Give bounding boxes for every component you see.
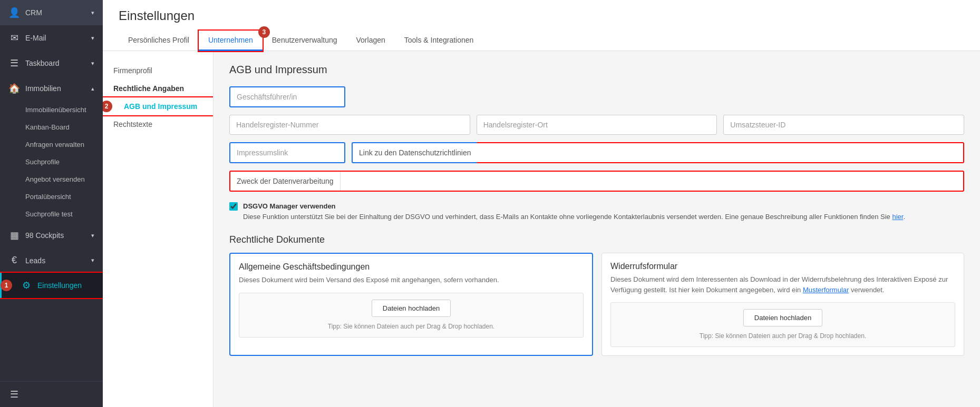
left-nav-agb-impressum[interactable]: 2 AGB und Impressum <box>103 97 213 115</box>
widerruf-upload-tip: Tipp: Sie können Dateien auch per Drag &… <box>700 332 866 340</box>
content-area: Firmenprofil Rechtliche Angaben 2 AGB un… <box>103 51 980 407</box>
tab-tools[interactable]: Tools & Integrationen <box>395 31 483 51</box>
sidebar-item-email[interactable]: ✉ E-Mail ▾ <box>0 25 103 51</box>
sidebar-item-immobilien[interactable]: 🏠 Immobilien ▴ <box>0 76 103 101</box>
crm-icon: 👤 <box>8 7 20 18</box>
docs-row: Allgemeine Geschäftsbedingungen Dieses D… <box>229 253 964 356</box>
sidebar: 👤 CRM ▾ ✉ E-Mail ▾ ☰ Taskboard ▾ 🏠 Immob… <box>0 0 103 407</box>
sidebar-sub-angebot[interactable]: Angebot versenden <box>0 171 103 188</box>
geschaeftsfuehrer-input[interactable] <box>229 86 345 107</box>
sidebar-bottom: ☰ <box>0 381 103 407</box>
tab-vorlagen[interactable]: Vorlagen <box>347 31 395 51</box>
sidebar-item-immobilien-label: Immobilien <box>25 84 61 93</box>
sidebar-sub-suchprofile[interactable]: Suchprofile <box>0 153 103 171</box>
tab-unternehmen[interactable]: 3 Unternehmen <box>199 31 263 51</box>
handelsregister-row <box>229 115 964 135</box>
immobilien-chevron: ▴ <box>91 85 94 92</box>
sidebar-item-taskboard-label: Taskboard <box>25 59 60 67</box>
handelsregister-ort-input[interactable] <box>477 115 717 135</box>
dsgvo-text: DSGVO Manager verwenden Diese Funktion u… <box>243 201 905 222</box>
left-nav-rechtstexte[interactable]: Rechtstexte <box>103 115 213 133</box>
sidebar-item-leads[interactable]: € Leads ▾ <box>0 248 103 273</box>
page-title: Einstellungen <box>119 8 964 23</box>
zweck-wrapper: Zweck der Datenverarbeitung <box>229 171 964 192</box>
agb-title: Allgemeine Geschäftsbedingungen <box>239 262 584 272</box>
sidebar-sub-anfragen[interactable]: Anfragen verwalten <box>0 136 103 153</box>
page-header: Einstellungen Persönliches Profil 3 Unte… <box>103 0 980 51</box>
handelsregister-ort-field <box>477 115 717 135</box>
musterformular-link[interactable]: Musterformular <box>803 286 849 294</box>
section-heading: AGB und Impressum <box>229 64 964 76</box>
datenschutz-label: Link zu den Datenschutzrichtlinien <box>352 142 477 163</box>
sidebar-item-einstellungen-label: Einstellungen <box>37 281 82 290</box>
left-nav-rechtliche-angaben: Rechtliche Angaben <box>103 80 213 97</box>
einstellungen-icon: ⚙ <box>21 280 32 291</box>
dsgvo-label: DSGVO Manager verwenden <box>243 202 336 210</box>
datenschutz-input[interactable] <box>477 142 964 163</box>
widerruf-upload-area: Dateien hochladen Tipp: Sie können Datei… <box>610 302 955 347</box>
zweck-input[interactable] <box>341 172 963 191</box>
links-row: Link zu den Datenschutzrichtlinien <box>229 142 964 163</box>
email-chevron: ▾ <box>91 35 94 42</box>
sidebar-menu-icon[interactable]: ☰ <box>0 382 103 407</box>
sidebar-item-einstellungen[interactable]: 1 ⚙ Einstellungen <box>0 273 103 298</box>
sidebar-item-cockpits-label: 98 Cockpits <box>25 231 64 240</box>
handelsregister-nummer-input[interactable] <box>229 115 470 135</box>
tabs-bar: Persönliches Profil 3 Unternehmen Benutz… <box>119 31 964 51</box>
impressumslink-field <box>229 142 345 163</box>
agb-upload-tip: Tipp: Sie können Dateien auch per Drag &… <box>328 323 494 330</box>
sidebar-item-crm[interactable]: 👤 CRM ▾ <box>0 0 103 25</box>
widerruf-upload-btn[interactable]: Dateien hochladen <box>743 309 822 326</box>
dsgvo-checkbox[interactable] <box>229 202 238 211</box>
agb-card: Allgemeine Geschäftsbedingungen Dieses D… <box>229 253 593 356</box>
right-content: AGB und Impressum <box>214 51 980 407</box>
zweck-row: Zweck der Datenverarbeitung <box>229 171 964 192</box>
left-nav: Firmenprofil Rechtliche Angaben 2 AGB un… <box>103 51 214 407</box>
rechtliche-heading: Rechtliche Dokumente <box>229 234 964 245</box>
dsgvo-row: DSGVO Manager verwenden Diese Funktion u… <box>229 199 964 224</box>
main-content: Einstellungen Persönliches Profil 3 Unte… <box>103 0 980 407</box>
taskboard-chevron: ▾ <box>91 60 94 67</box>
sidebar-item-leads-label: Leads <box>25 256 45 265</box>
agb-upload-area: Dateien hochladen Tipp: Sie können Datei… <box>239 293 584 337</box>
impressumslink-input[interactable] <box>229 142 345 163</box>
immobilien-icon: 🏠 <box>8 83 20 94</box>
widerruf-card: Widerrufsformular Dieses Dokument wird d… <box>601 253 964 356</box>
sidebar-sub-immobilienuebersicht[interactable]: Immobilienübersicht <box>0 101 103 118</box>
umsatzsteuer-input[interactable] <box>723 115 964 135</box>
cockpits-icon: ▦ <box>8 230 20 241</box>
sidebar-item-taskboard[interactable]: ☰ Taskboard ▾ <box>0 51 103 76</box>
sidebar-item-email-label: E-Mail <box>25 34 46 42</box>
geschaeftsfuehrer-row <box>229 86 964 107</box>
step-badge-1: 1 <box>1 280 12 291</box>
menu-icon: ☰ <box>8 389 20 400</box>
sidebar-sub-portal[interactable]: Portalübersicht <box>0 188 103 205</box>
dsgvo-link[interactable]: hier <box>892 213 903 221</box>
tab-benutzerverwaltung[interactable]: Benutzerverwaltung <box>263 31 347 51</box>
widerruf-desc: Dieses Dokument wird dem Interessenten a… <box>610 274 955 295</box>
zweck-label: Zweck der Datenverarbeitung <box>230 172 341 191</box>
leads-chevron: ▾ <box>91 257 94 264</box>
sidebar-sub-suchprofile-test[interactable]: Suchprofile test <box>0 205 103 223</box>
sidebar-item-crm-label: CRM <box>25 8 42 17</box>
tab-profil[interactable]: Persönliches Profil <box>119 31 199 51</box>
widerruf-title: Widerrufsformular <box>610 262 955 271</box>
cockpits-chevron: ▾ <box>91 232 94 239</box>
umsatzsteuer-field <box>723 115 964 135</box>
datenschutz-wrapper: Link zu den Datenschutzrichtlinien <box>352 142 964 163</box>
geschaeftsfuehrer-field <box>229 86 345 107</box>
left-nav-firmenprofil[interactable]: Firmenprofil <box>103 62 213 80</box>
handelsregister-nummer-field <box>229 115 470 135</box>
sidebar-item-cockpits[interactable]: ▦ 98 Cockpits ▾ <box>0 223 103 248</box>
taskboard-icon: ☰ <box>8 57 20 69</box>
agb-upload-btn[interactable]: Dateien hochladen <box>372 300 451 317</box>
dsgvo-description: Diese Funktion unterstützt Sie bei der E… <box>243 213 890 221</box>
step-badge-2: 2 <box>103 101 112 112</box>
crm-chevron: ▾ <box>91 9 94 16</box>
sidebar-sub-kanban[interactable]: Kanban-Board <box>0 118 103 136</box>
agb-desc: Dieses Dokument wird beim Versand des Ex… <box>239 275 584 285</box>
email-icon: ✉ <box>8 32 20 44</box>
leads-icon: € <box>8 255 20 266</box>
